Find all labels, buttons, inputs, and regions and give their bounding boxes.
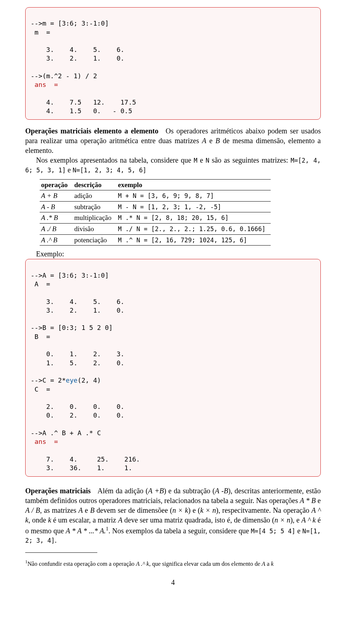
code-line-ans: ans = [31, 438, 58, 445]
text: , as matrizes [40, 506, 78, 514]
ex-cell: M + N = [3, 6, 9; 9, 8, 7] [116, 190, 270, 202]
var-A: A [202, 137, 206, 145]
paragraph-elementwise-intro: Operações matriciais elemento a elemento… [25, 126, 321, 155]
code-line: 3. 2. 1. 0. [31, 306, 124, 314]
elementwise-operations-table: operação descrição exemplo A + B adição … [40, 179, 271, 246]
footnote-ref-1: 1 [106, 526, 109, 531]
code-line-ans: ans = [31, 81, 58, 88]
code-line: -->A .^ B + A .* C [31, 429, 101, 437]
code-line: -->A = [3:6; 3:-1:0] [31, 272, 109, 279]
table-row: A - B subtração M - N = [1, 2, 3; 1, -2,… [40, 201, 271, 212]
code-line: 4. 1.5 0. - 0.5 [31, 107, 132, 115]
dim-kn: k × n [200, 506, 216, 514]
expr-A-star-B: A * B [300, 497, 316, 504]
code-literal-Ndef: N=[1, 2, 3; 4, 5, 6] [72, 167, 146, 174]
code-block-m-example: -->m = [3:6; 3:-1:0] m = 3. 4. 5. 6. 3. … [25, 7, 321, 120]
table-row: A + B adição M + N = [3, 6, 9; 9, 8, 7] [40, 190, 271, 202]
text: Nos exemplos apresentados na tabela, con… [36, 156, 194, 164]
text: ), respecitvamente. Na operação [216, 506, 311, 514]
document-page: -->m = [3:6; 3:-1:0] m = 3. 4. 5. 6. 3. … [0, 0, 346, 595]
text: e [198, 156, 206, 164]
desc-cell: adição [73, 190, 116, 202]
text: e [66, 166, 73, 174]
code-literal-M: M [194, 157, 198, 164]
code-line: 0. 2. 0. 0. [31, 411, 124, 419]
expr-A-plus-B: A +B [148, 487, 164, 495]
col-op: operação [40, 179, 73, 190]
text: Além da adição ( [91, 487, 148, 495]
var-A: A [78, 506, 83, 514]
code-line: 3. 4. 5. 6. [31, 46, 124, 53]
text: e [83, 506, 90, 514]
text: , onde [28, 516, 48, 524]
code-line: A = [31, 280, 50, 288]
section-title-elementwise: Operações matriciais elemento a elemento [25, 127, 159, 135]
text: , que significa elevar cada um dos eleme… [149, 560, 262, 567]
text: e [316, 497, 321, 504]
code-line: -->B = [0:3; 1 5 2 0] [31, 324, 113, 331]
code-line: m = [31, 28, 50, 36]
paragraph-matrix-ops: Operações matriciais Além da adição (A +… [25, 486, 321, 546]
op-cell: A .* B [40, 212, 73, 224]
ex-cell: M ./ N = [2., 2., 2.; 1.25, 0.6, 0.1666] [116, 224, 270, 235]
code-line: 4. 7.5 12. 17.5 [31, 98, 136, 106]
footnote-separator [25, 552, 97, 553]
col-desc: descrição [73, 179, 116, 190]
text: e [207, 137, 216, 145]
table-row: A .^ B potenciação M .^ N = [2, 16, 729;… [40, 234, 271, 246]
expr-A-star-A: A * A * ...* A. [66, 526, 106, 534]
table-header-row: operação descrição exemplo [40, 179, 271, 190]
paragraph-elementwise-note: Nos exemplos apresentados na tabela, con… [25, 155, 321, 175]
code-line: -->(m.^2 - 1) / 2 [31, 72, 97, 80]
table-row: A ./ B divisão M ./ N = [2., 2., 2.; 1.2… [40, 224, 271, 235]
ex-cell: M - N = [1, 2, 3; 1, -2, -5] [116, 201, 270, 212]
ex-cell: M .* N = [2, 8, 18; 20, 15, 6] [116, 212, 270, 224]
page-number: 4 [25, 578, 321, 587]
code-line: 2. 0. 0. 0. [31, 403, 124, 410]
text: deve ser uma matriz quadrada, isto é, de… [123, 516, 275, 524]
exemplo-label: Exemplo: [25, 249, 321, 259]
desc-cell: potenciação [73, 234, 116, 246]
code-block-abc-example: -->A = [3:6; 3:-1:0] A = 3. 4. 5. 6. 3. … [25, 259, 321, 476]
text: devem ser de dimensõee ( [94, 506, 172, 514]
dim-nk: n × k [172, 506, 188, 514]
text: e [295, 526, 302, 534]
desc-cell: multiplicação [73, 212, 116, 224]
text: Não confundir esta operação com a operaç… [27, 560, 136, 567]
col-example: exemplo [116, 179, 270, 190]
expr-A-minus-B: A -B [215, 487, 228, 495]
code-line: 3. 2. 1. 0. [31, 54, 124, 62]
expr-A-dot-caret-k: A .^ k [136, 560, 149, 567]
var-k: k [48, 516, 51, 524]
code-line: 3. 36. 1. 1. [31, 464, 132, 472]
desc-cell: subtração [73, 201, 116, 212]
text: . Nos exemplos da tabela a seguir, consi… [108, 526, 251, 534]
text: . [55, 536, 57, 544]
op-cell: A + B [40, 190, 73, 202]
desc-cell: divisão [73, 224, 116, 235]
text: são as seguintes matrizes: [209, 156, 291, 164]
table-row: A .* B multiplicação M .* N = [2, 8, 18;… [40, 212, 271, 224]
code-literal-N: N [205, 157, 209, 164]
code-line: C = [31, 385, 50, 393]
var-k: k [271, 560, 274, 567]
var-A: A [118, 516, 122, 524]
code-line: 7. 4. 25. 216. [31, 455, 140, 463]
op-cell: A .^ B [40, 234, 73, 246]
text: ) e ( [188, 506, 200, 514]
text: ), e [290, 516, 301, 524]
footnote-1: 1Não confundir esta operação com a opera… [25, 559, 321, 568]
expr-A-slash-B: A / B [25, 506, 40, 514]
var-B: B [216, 137, 220, 145]
code-line: -->m = [3:6; 3:-1:0] [31, 19, 109, 27]
code-literal-Mdef2: M=[4 5; 5 4] [251, 527, 295, 534]
code-line: B = [31, 333, 50, 340]
var-B: B [90, 506, 94, 514]
var-A: A [262, 560, 265, 567]
op-cell: A - B [40, 201, 73, 212]
dim-nn: n × n [274, 516, 290, 524]
text: ) e da subtração ( [164, 487, 215, 495]
text: a [265, 560, 271, 567]
text: é um escalar, a matriz [51, 516, 118, 524]
code-line: 0. 1. 2. 3. [31, 350, 124, 358]
